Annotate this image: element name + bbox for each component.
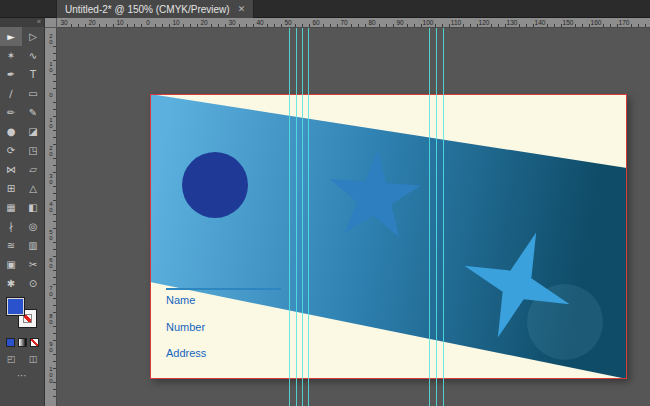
ruler-tick	[414, 24, 415, 27]
ruler-origin-box[interactable]	[45, 18, 57, 28]
guide-vertical[interactable]	[289, 28, 290, 406]
guide-vertical[interactable]	[308, 28, 309, 406]
ruler-tick	[498, 24, 499, 27]
ruler-tick	[302, 24, 303, 27]
selection-tool[interactable]: ►	[0, 27, 22, 46]
document-tab[interactable]: Untitled-2* @ 150% (CMYK/Preview) ✕	[56, 0, 254, 18]
ruler-tick	[603, 24, 604, 27]
pen-tool[interactable]: ✒	[0, 65, 22, 84]
eraser-tool[interactable]: ◪	[22, 122, 44, 141]
shape-builder-tool[interactable]: ⊞	[0, 179, 22, 198]
ruler-tick	[53, 284, 56, 285]
hruler-label: 70	[330, 19, 358, 26]
ruler-tick	[53, 368, 56, 369]
ruler-tick	[589, 24, 590, 27]
ruler-tick	[53, 340, 56, 341]
ruler-tick	[53, 60, 56, 61]
ruler-tick	[575, 24, 576, 27]
gradient-tool[interactable]: ◧	[22, 198, 44, 217]
ruler-tick	[53, 172, 56, 173]
ruler-tick	[53, 102, 56, 103]
gradient-button[interactable]	[18, 338, 27, 347]
guide-vertical[interactable]	[302, 28, 303, 406]
tab-close-icon[interactable]: ✕	[238, 4, 246, 14]
ruler-tick	[53, 137, 56, 138]
ruler-tick	[610, 24, 611, 27]
zoom-tool[interactable]: ⊙	[22, 274, 44, 293]
color-button[interactable]	[6, 338, 15, 347]
hand-tool[interactable]: ✱	[0, 274, 22, 293]
name-text[interactable]: Name	[166, 294, 195, 306]
number-text[interactable]: Number	[166, 321, 205, 333]
ruler-tick	[631, 24, 632, 27]
more-tools-button[interactable]: ⋯	[0, 370, 44, 381]
perspective-grid-tool[interactable]: △	[22, 179, 44, 198]
ruler-tick	[53, 298, 56, 299]
hruler-label: 10	[106, 19, 134, 26]
ruler-tick	[53, 382, 56, 383]
ruler-tick	[218, 24, 219, 27]
artboard[interactable]: Name Number Address	[150, 94, 627, 379]
name-underline[interactable]	[166, 288, 281, 290]
lasso-tool[interactable]: ∿	[22, 46, 44, 65]
illustrator-window: Untitled-2* @ 150% (CMYK/Preview) ✕ « ►▷…	[0, 0, 650, 406]
line-segment-tool[interactable]: ∕	[0, 84, 22, 103]
vertical-ruler[interactable]: 2 01 001 02 03 04 05 06 07 08 09 01 0 0	[45, 28, 57, 406]
slice-tool[interactable]: ✂	[22, 255, 44, 274]
ruler-tick	[617, 24, 618, 27]
fill-swatch[interactable]	[6, 297, 25, 316]
ruler-tick	[106, 24, 107, 27]
ruler-tick	[53, 130, 56, 131]
ruler-tick	[99, 24, 100, 27]
hruler-label: 10	[162, 19, 190, 26]
mesh-tool[interactable]: ▦	[0, 198, 22, 217]
artboard-tool[interactable]: ▣	[0, 255, 22, 274]
hruler-label: 20	[78, 19, 106, 26]
rotate-tool[interactable]: ⟳	[0, 141, 22, 160]
ruler-tick	[449, 24, 450, 27]
eyedropper-tool[interactable]: ∤	[0, 217, 22, 236]
guide-vertical[interactable]	[296, 28, 297, 406]
ruler-tick	[239, 24, 240, 27]
column-graph-tool[interactable]: ▥	[22, 236, 44, 255]
magic-wand-tool[interactable]: ✶	[0, 46, 22, 65]
draw-mode-button[interactable]: ◰	[0, 352, 22, 366]
ruler-tick	[393, 24, 394, 27]
pencil-tool[interactable]: ✎	[22, 103, 44, 122]
blob-brush-tool[interactable]: ●	[0, 122, 22, 141]
tools-panel-header[interactable]: «	[0, 18, 44, 27]
paintbrush-tool[interactable]: ✏	[0, 103, 22, 122]
guide-vertical[interactable]	[443, 28, 444, 406]
canvas[interactable]: Name Number Address	[57, 28, 650, 406]
vruler-label: 9 0	[45, 341, 57, 353]
direct-selection-tool[interactable]: ▷	[22, 27, 44, 46]
scale-tool[interactable]: ◳	[22, 141, 44, 160]
ruler-tick	[155, 24, 156, 27]
symbol-sprayer-tool[interactable]: ≋	[0, 236, 22, 255]
hruler-label: 30	[57, 19, 78, 26]
type-tool[interactable]: T	[22, 65, 44, 84]
ruler-tick	[533, 24, 534, 27]
rectangle-tool[interactable]: ▭	[22, 84, 44, 103]
guide-vertical[interactable]	[436, 28, 437, 406]
ruler-tick	[78, 24, 79, 27]
width-tool[interactable]: ⋈	[0, 160, 22, 179]
free-transform-tool[interactable]: ▱	[22, 160, 44, 179]
vruler-label: 0	[45, 92, 57, 98]
address-text[interactable]: Address	[166, 347, 206, 359]
none-button[interactable]	[30, 338, 39, 347]
document-tab-bar: Untitled-2* @ 150% (CMYK/Preview) ✕	[0, 0, 650, 18]
guide-vertical[interactable]	[429, 28, 430, 406]
screen-mode-button[interactable]: ◫	[22, 352, 44, 366]
ruler-tick	[53, 144, 56, 145]
ruler-tick	[225, 24, 226, 27]
hruler-label: 30	[218, 19, 246, 26]
horizontal-ruler[interactable]: 3020100102030405060708090100110120130140…	[57, 18, 650, 28]
ruler-tick	[183, 24, 184, 27]
circle-shape[interactable]	[182, 152, 248, 218]
vruler-label: 2 0	[45, 33, 57, 45]
ruler-tick	[53, 270, 56, 271]
vruler-label: 2 0	[45, 145, 57, 157]
blend-tool[interactable]: ◎	[22, 217, 44, 236]
hruler-label: 120	[470, 19, 498, 26]
